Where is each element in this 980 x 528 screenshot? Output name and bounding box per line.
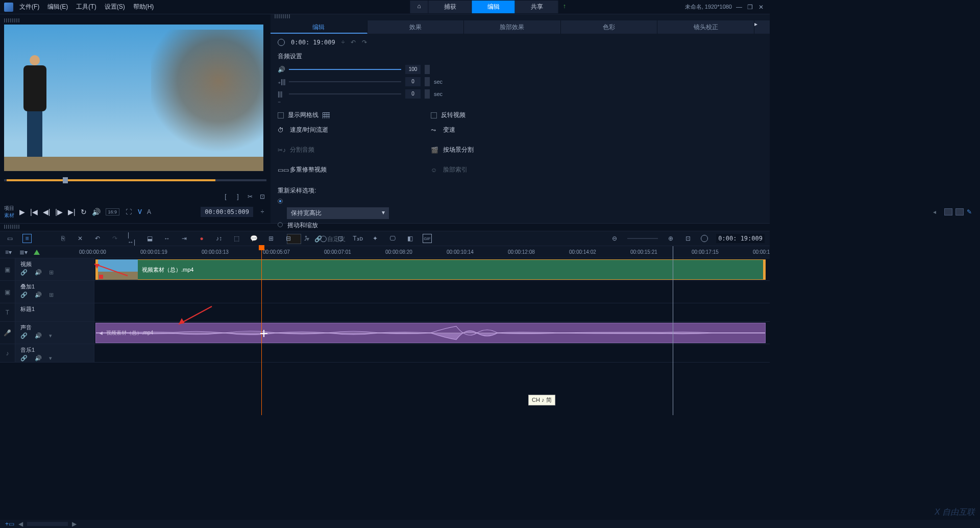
redo-icon[interactable]: ↷ — [362, 39, 367, 46]
volume-icon[interactable]: 🔊 — [92, 208, 101, 216]
volume-slider[interactable] — [289, 69, 401, 70]
panel-grip-icon[interactable] — [4, 225, 19, 229]
variable-speed-button[interactable]: ⤳ 变速 — [431, 126, 558, 134]
voice-track-icon[interactable]: 🎤 — [0, 322, 15, 344]
upload-icon[interactable]: ↑ — [559, 1, 570, 13]
chapter-icon[interactable]: ⬚ — [232, 234, 241, 243]
zoom-in-icon[interactable]: ⊕ — [666, 234, 675, 243]
track-content[interactable] — [94, 281, 770, 303]
track-motion-icon[interactable]: ⤴ — [301, 234, 310, 243]
video-clip[interactable]: 视频素材（总）.mp4 — [95, 259, 766, 280]
keep-aspect-radio[interactable] — [278, 198, 763, 205]
panel-grip-icon[interactable] — [275, 14, 290, 18]
pan-icon[interactable]: ⊡ — [336, 234, 345, 243]
split-scene-button[interactable]: 🎬 按场景分割 — [431, 146, 558, 154]
track-content[interactable] — [94, 344, 770, 362]
link-icon[interactable]: 🔗 — [20, 269, 28, 276]
slide-icon[interactable]: ⇥ — [180, 234, 189, 243]
record-icon[interactable]: ● — [197, 234, 206, 243]
link-icon[interactable]: 🔗 — [20, 292, 28, 298]
track-header[interactable]: 叠加1 🔗🔊⊞ — [15, 281, 94, 303]
loop-icon[interactable]: ↻ — [81, 208, 87, 216]
marker-icon[interactable]: ⬓ — [145, 234, 154, 243]
music-track-icon[interactable]: ♪ — [0, 344, 15, 362]
redo-icon[interactable]: ↷ — [110, 234, 119, 243]
aspect-dropdown[interactable]: 保持宽高比 ▾ — [287, 207, 389, 219]
playhead[interactable] — [261, 246, 262, 415]
lock-icon[interactable]: ⊞ — [49, 269, 54, 276]
play-button[interactable]: ▶ — [19, 208, 25, 216]
track-header[interactable]: 标题1 — [15, 303, 94, 321]
timecode-spinner-icon[interactable]: ÷ — [258, 208, 266, 216]
menu-help[interactable]: 帮助(H) — [133, 3, 154, 11]
prop-tab-edit[interactable]: 编辑 — [271, 20, 368, 34]
aspect-button[interactable]: 16:9 — [106, 208, 120, 215]
a-toggle[interactable]: A — [147, 208, 151, 215]
tab-home[interactable]: ⌂ — [410, 1, 428, 13]
gif-icon[interactable]: GIF — [423, 234, 432, 243]
3d-title-icon[interactable]: T₃ᴅ — [353, 234, 362, 243]
slip-icon[interactable]: ↔ — [162, 234, 172, 243]
mark-out-icon[interactable]: ] — [234, 193, 242, 201]
mute-icon[interactable]: 🔊 — [35, 355, 42, 362]
menu-settings[interactable]: 设置(S) — [105, 3, 125, 11]
panel-grip-icon[interactable] — [4, 18, 19, 22]
grid-icon[interactable]: ⊞ — [266, 234, 276, 243]
lock-icon[interactable]: ⊞ — [49, 292, 54, 298]
clip-handle-right[interactable] — [763, 260, 765, 279]
menu-tools[interactable]: 工具(T) — [76, 3, 96, 11]
go-start-icon[interactable]: |◀ — [30, 208, 38, 216]
options-icon[interactable]: ⊡ — [258, 193, 266, 201]
tab-edit[interactable]: 编辑 — [472, 1, 516, 13]
playback-timecode[interactable]: 00:00:05:009 — [201, 207, 253, 217]
overlay-track-icon[interactable]: ▣ — [0, 281, 15, 303]
preview-scrubber[interactable] — [4, 179, 266, 189]
track-content[interactable] — [94, 303, 770, 321]
timeline-view-icon[interactable]: ≡ — [22, 234, 32, 243]
track-list-icon[interactable]: ≣▾ — [19, 249, 28, 256]
expand-icon[interactable]: ⛶ — [125, 208, 133, 216]
maximize-icon[interactable]: ❐ — [747, 4, 754, 11]
cut-icon[interactable]: ✂ — [246, 193, 254, 201]
preview-viewport[interactable] — [4, 25, 263, 171]
grid-icon[interactable] — [323, 112, 330, 118]
minimize-icon[interactable]: — — [736, 4, 743, 11]
audio-clip[interactable]: ◀ 视频素材（总）.mp4 — [95, 323, 766, 343]
expand-icon[interactable]: ▾ — [49, 332, 52, 339]
mute-icon[interactable]: 🔊 — [35, 292, 42, 298]
link-icon[interactable]: 🔗 — [20, 355, 28, 362]
prop-tab-color[interactable]: 色彩 — [561, 20, 658, 34]
menu-edit[interactable]: 编辑(E) — [47, 3, 68, 11]
spinner-icon[interactable] — [425, 77, 430, 86]
paint-icon[interactable]: ✦ — [371, 234, 380, 243]
fadeout-value[interactable]: 0 — [405, 89, 421, 99]
timeline-timecode[interactable]: 0:00: 19:009 — [716, 234, 765, 243]
color-icon[interactable]: ◧ — [405, 234, 414, 243]
tools-icon[interactable]: ✕ — [76, 234, 85, 243]
volume-value[interactable]: 100 — [405, 65, 421, 74]
show-grid-option[interactable]: 显示网格线 — [278, 111, 405, 119]
next-frame-icon[interactable]: |▶ — [55, 208, 63, 216]
spinner-icon[interactable] — [425, 65, 430, 74]
marker-line[interactable] — [673, 246, 673, 415]
mute-icon[interactable]: 🔊 — [35, 269, 42, 276]
undo-icon[interactable]: ↶ — [351, 39, 356, 46]
track-header[interactable]: 音乐1 🔗🔊▾ — [15, 344, 94, 362]
prop-tab-more-icon[interactable]: ▸ — [754, 20, 770, 34]
clip-duration[interactable]: 0:00: 19:009 — [291, 39, 335, 46]
undo-icon[interactable]: ↶ — [93, 234, 102, 243]
tab-share[interactable]: 共享 — [516, 1, 559, 13]
track-options-icon[interactable]: ≡▾ — [5, 249, 13, 256]
track-content[interactable]: ◀ 视频素材（总）.mp4 — [94, 322, 770, 344]
mark-in-icon[interactable]: [ — [222, 193, 230, 201]
storyboard-view-icon[interactable]: ▭ — [5, 234, 14, 243]
multi-trim-button[interactable]: ▭▭ 多重修整视频 — [278, 165, 405, 174]
speed-time-button[interactable]: ⏱ 速度/时间流逝 — [278, 126, 405, 134]
ripple-icon[interactable]: |↔| — [128, 234, 137, 243]
fadein-slider[interactable] — [289, 81, 401, 82]
track-header[interactable]: 声音 🔗🔊▾ — [15, 322, 94, 344]
menu-file[interactable]: 文件(F) — [19, 3, 39, 11]
add-marker-icon[interactable] — [34, 250, 40, 255]
playback-mode[interactable]: 项目 素材 — [4, 205, 14, 219]
go-end-icon[interactable]: ▶| — [68, 208, 76, 216]
